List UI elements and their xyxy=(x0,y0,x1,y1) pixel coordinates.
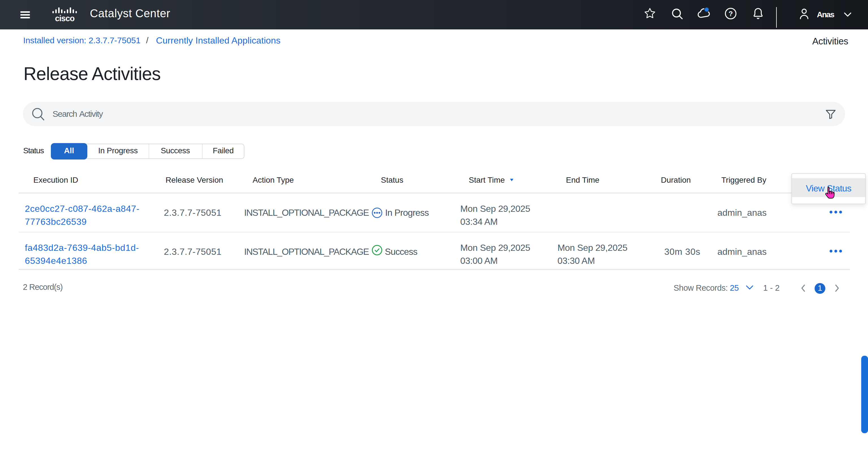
svg-text:?: ? xyxy=(728,10,733,18)
svg-text:cisco: cisco xyxy=(55,14,74,22)
